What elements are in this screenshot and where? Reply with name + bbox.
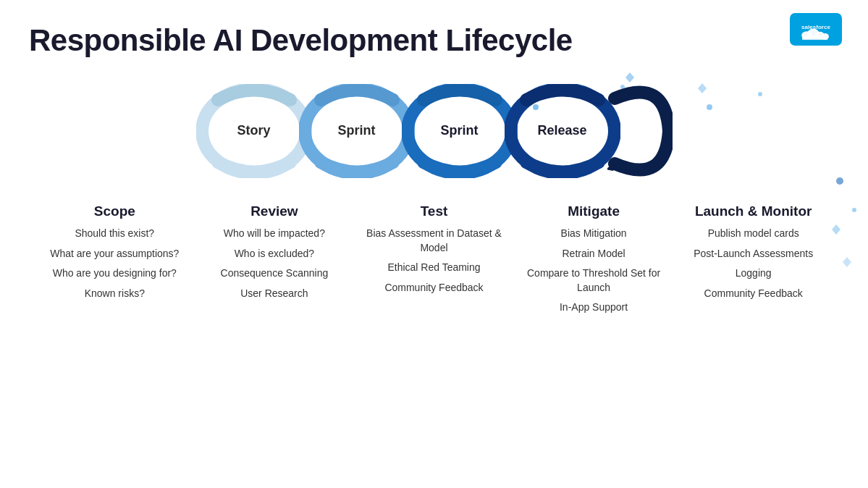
col-launch-item-3: Community Feedback [678,287,829,301]
cycle-story: Story [196,84,312,178]
col-review-item-1: Who is excluded? [199,247,350,261]
svg-rect-16 [802,36,827,40]
svg-marker-9 [843,257,851,267]
cycle-release: Release [505,84,620,178]
cycle-sprint1: Sprint [299,84,415,178]
column-test: Test Bias Assessment in Dataset & Model … [354,203,514,300]
lifecycle-row: Story Sprint Sprint [29,78,839,183]
page-wrapper: salesforce Responsible AI Development Li… [0,0,868,488]
column-launch: Launch & Monitor Publish model cards Pos… [673,203,833,306]
cycle-sprint2: Sprint [402,84,518,178]
col-launch-item-0: Publish model cards [678,227,829,241]
col-review-item-3: User Research [199,287,350,301]
col-scope-header: Scope [39,203,190,219]
col-test-item-2: Community Feedback [358,281,510,295]
col-mitigate-item-3: In-App Support [518,300,670,315]
col-launch-item-2: Logging [678,266,829,281]
col-scope-item-2: Who are you designing for? [39,266,190,281]
col-test-item-0: Bias Assessment in Dataset & Model [358,227,510,255]
cycle-final [607,84,673,178]
svg-point-7 [852,208,856,212]
col-mitigate-item-2: Compare to Threshold Set for Launch [518,266,670,295]
col-mitigate-item-1: Retrain Model [518,247,670,261]
svg-text:salesforce: salesforce [801,24,830,30]
column-review: Review Who will be impacted? Who is excl… [195,203,355,306]
col-review-header: Review [199,203,350,219]
col-scope-item-0: Should this exist? [39,227,190,241]
col-review-item-0: Who will be impacted? [199,227,350,241]
col-test-item-1: Ethical Red Teaming [358,261,510,275]
col-review-item-2: Consequence Scanning [199,266,350,281]
columns-row: Scope Should this exist? What are your a… [29,203,839,321]
column-mitigate: Mitigate Bias Mitigation Retrain Model C… [514,203,674,321]
col-test-header: Test [358,203,510,219]
col-launch-item-1: Post-Launch Assessments [678,247,829,261]
col-mitigate-header: Mitigate [518,203,670,219]
col-scope-item-3: Known risks? [39,287,190,301]
col-scope-item-1: What are your assumptions? [39,247,190,261]
page-title: Responsible AI Development Lifecycle [29,23,839,58]
column-scope: Scope Should this exist? What are your a… [35,203,195,306]
salesforce-logo: salesforce [790,13,842,46]
col-mitigate-item-0: Bias Mitigation [518,227,670,241]
col-launch-header: Launch & Monitor [678,203,829,219]
